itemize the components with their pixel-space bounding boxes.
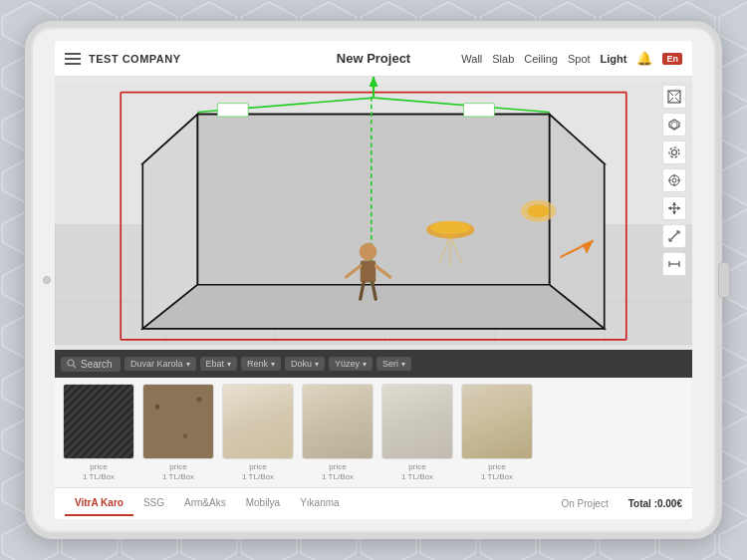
tile-price-5: price1 TL/Box (401, 462, 433, 481)
company-name: TEST COMPANY (89, 53, 181, 65)
3d-view-btn[interactable] (662, 113, 686, 137)
tablet-camera (43, 276, 51, 284)
tab-vitra-karo[interactable]: VitrA Karo (65, 491, 133, 516)
filter-duvar-karola[interactable]: Duvar Karola (124, 357, 196, 371)
filter-ebat[interactable]: Ebat (200, 357, 238, 371)
tile-price-6: price1 TL/Box (481, 462, 513, 481)
nav-light[interactable]: Light (601, 53, 627, 65)
tile-price-3: price1 TL/Box (242, 462, 274, 481)
svg-line-42 (668, 91, 673, 96)
move-btn[interactable] (662, 196, 686, 220)
svg-marker-60 (668, 206, 671, 210)
settings-btn[interactable] (662, 140, 686, 164)
total-display: Total :0.00€ (628, 498, 682, 509)
resize-btn[interactable] (662, 252, 686, 276)
svg-point-25 (430, 221, 470, 234)
tile-price-1: price1 TL/Box (83, 462, 115, 481)
top-nav: TEST COMPANY New Project Wall Slab Ceili… (55, 41, 692, 77)
svg-line-70 (74, 366, 77, 369)
app-screen: TEST COMPANY New Project Wall Slab Ceili… (55, 41, 692, 519)
svg-marker-47 (671, 122, 677, 129)
svg-line-43 (675, 91, 680, 96)
svg-line-45 (675, 98, 680, 103)
filter-yuzey[interactable]: Yüzey (329, 357, 373, 371)
tile-swatch-3 (222, 384, 294, 459)
tile-swatch-inner-4 (303, 385, 373, 458)
svg-line-44 (668, 98, 673, 103)
search-label: Search (81, 359, 113, 370)
search-box[interactable]: Search (61, 357, 121, 372)
language-badge[interactable]: En (662, 53, 682, 65)
tab-list: VitrA Karo SSG Arm&Aks Mobilya Yıkanma (65, 491, 561, 516)
tile-price-2: price1 TL/Box (162, 462, 194, 481)
measure-btn[interactable] (662, 224, 686, 248)
tile-gallery: price1 TL/Box price1 TL/Box price1 TL/Bo… (55, 378, 692, 487)
svg-point-38 (527, 204, 549, 217)
svg-point-48 (672, 150, 677, 155)
tile-item-6[interactable]: price1 TL/Box (461, 384, 533, 481)
target-btn[interactable] (662, 168, 686, 192)
svg-point-51 (672, 178, 676, 182)
tile-item-5[interactable]: price1 TL/Box (381, 384, 453, 481)
tile-swatch-5 (381, 384, 453, 459)
bottom-tabs: VitrA Karo SSG Arm&Aks Mobilya Yıkanma O… (55, 487, 692, 519)
tile-swatch-inner-6 (462, 385, 532, 458)
svg-point-69 (68, 360, 74, 366)
svg-rect-30 (361, 260, 375, 282)
tile-swatch-inner-2 (143, 385, 213, 458)
wireframe-btn[interactable] (662, 85, 686, 109)
svg-marker-15 (197, 115, 549, 285)
tab-arm-aks[interactable]: Arm&Aks (174, 491, 236, 516)
svg-marker-58 (672, 202, 676, 205)
bell-icon[interactable]: 🔔 (636, 51, 652, 66)
hamburger-icon[interactable] (65, 53, 81, 65)
tile-swatch-inner-1 (64, 385, 133, 458)
svg-marker-59 (672, 211, 676, 214)
right-toolbar (662, 85, 686, 276)
tile-swatch-2 (142, 384, 214, 459)
tile-item-3[interactable]: price1 TL/Box (222, 384, 294, 481)
svg-point-49 (669, 147, 679, 157)
tile-swatch-1 (63, 384, 134, 459)
nav-wall[interactable]: Wall (461, 53, 482, 65)
project-title: New Project (337, 51, 410, 66)
tile-item-2[interactable]: price1 TL/Box (142, 384, 214, 481)
tab-ssg[interactable]: SSG (133, 491, 174, 516)
viewport-3d[interactable]: 300s (55, 77, 692, 350)
tile-swatch-inner-5 (382, 385, 452, 458)
nav-ceiling[interactable]: Ceiling (524, 53, 558, 65)
tile-item-1[interactable]: price1 TL/Box (63, 384, 134, 481)
tab-mobilya[interactable]: Mobilya (236, 491, 290, 516)
filter-renk[interactable]: Renk (241, 357, 281, 371)
svg-rect-22 (217, 104, 248, 117)
tab-yikanma[interactable]: Yıkanma (290, 491, 349, 516)
tablet-frame: TEST COMPANY New Project Wall Slab Ceili… (25, 21, 722, 539)
filter-seri[interactable]: Seri (376, 357, 411, 371)
filter-bar: Search Duvar Karola Ebat Renk Doku Yüzey… (55, 350, 692, 378)
nav-spot[interactable]: Spot (568, 53, 591, 65)
tile-swatch-inner-3 (223, 385, 293, 458)
svg-rect-23 (463, 104, 494, 117)
tile-swatch-4 (302, 384, 374, 459)
svg-point-29 (360, 243, 377, 261)
nav-right: Wall Slab Ceiling Spot Light 🔔 En (461, 51, 682, 66)
tablet-home-button[interactable] (718, 262, 730, 298)
svg-marker-61 (677, 206, 680, 210)
tile-price-4: price1 TL/Box (322, 462, 354, 481)
tile-item-4[interactable]: price1 TL/Box (302, 384, 374, 481)
tile-swatch-6 (461, 384, 533, 459)
nav-slab[interactable]: Slab (492, 53, 514, 65)
on-project-btn[interactable]: On Project (561, 498, 608, 509)
svg-marker-46 (669, 120, 679, 130)
filter-doku[interactable]: Doku (285, 357, 325, 371)
